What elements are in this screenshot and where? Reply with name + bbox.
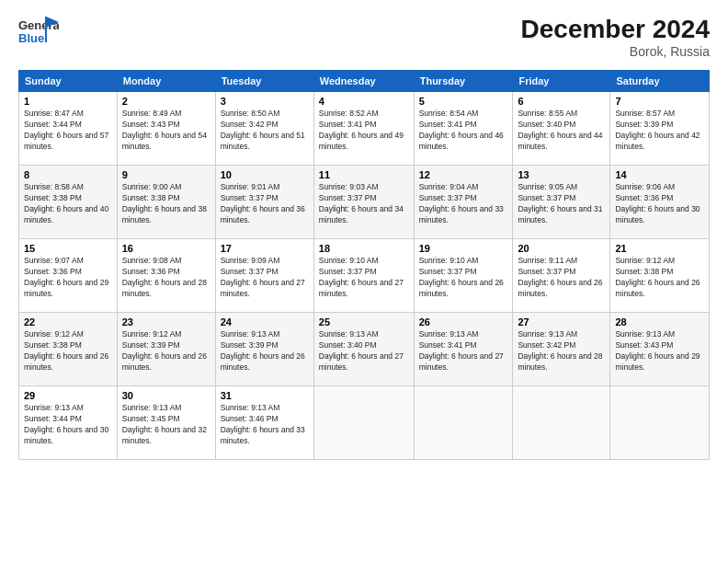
table-row: 28Sunrise: 9:13 AMSunset: 3:43 PMDayligh… [610,313,710,386]
location: Borok, Russia [521,44,710,59]
day-info: Sunrise: 9:03 AMSunset: 3:37 PMDaylight:… [319,182,409,226]
table-row: 5Sunrise: 8:54 AMSunset: 3:41 PMDaylight… [414,92,513,166]
day-number: 17 [221,243,309,254]
table-row: 26Sunrise: 9:13 AMSunset: 3:41 PMDayligh… [414,313,513,386]
day-info: Sunrise: 9:13 AMSunset: 3:41 PMDaylight:… [419,329,508,373]
table-row [313,386,414,460]
table-row: 11Sunrise: 9:03 AMSunset: 3:37 PMDayligh… [313,166,414,239]
calendar-header-row: Sunday Monday Tuesday Wednesday Thursday… [19,71,710,92]
day-info: Sunrise: 8:57 AMSunset: 3:39 PMDaylight:… [615,109,704,153]
col-thursday: Thursday [414,71,513,92]
table-row: 17Sunrise: 9:09 AMSunset: 3:37 PMDayligh… [215,239,313,313]
table-row [610,386,710,460]
table-row: 12Sunrise: 9:04 AMSunset: 3:37 PMDayligh… [414,166,513,239]
col-tuesday: Tuesday [215,71,313,92]
table-row [513,386,610,460]
day-info: Sunrise: 9:13 AMSunset: 3:44 PMDaylight:… [24,403,112,447]
month-title: December 2024 [521,15,710,44]
day-number: 16 [122,243,210,254]
day-info: Sunrise: 9:10 AMSunset: 3:37 PMDaylight:… [319,256,409,300]
day-info: Sunrise: 8:49 AMSunset: 3:43 PMDaylight:… [122,109,210,153]
day-info: Sunrise: 9:10 AMSunset: 3:37 PMDaylight:… [419,256,508,300]
day-number: 11 [319,169,409,180]
day-info: Sunrise: 8:58 AMSunset: 3:38 PMDaylight:… [24,182,112,226]
day-info: Sunrise: 8:55 AMSunset: 3:40 PMDaylight:… [518,109,605,153]
day-number: 25 [319,316,409,327]
day-number: 22 [24,316,112,327]
table-row: 10Sunrise: 9:01 AMSunset: 3:37 PMDayligh… [215,166,313,239]
col-monday: Monday [117,71,215,92]
day-info: Sunrise: 9:09 AMSunset: 3:37 PMDaylight:… [221,256,309,300]
table-row: 8Sunrise: 8:58 AMSunset: 3:38 PMDaylight… [19,166,118,239]
day-number: 7 [615,96,704,107]
table-row: 4Sunrise: 8:52 AMSunset: 3:41 PMDaylight… [313,92,414,166]
table-row: 22Sunrise: 9:12 AMSunset: 3:38 PMDayligh… [19,313,118,386]
page: General Blue December 2024 Borok, Russia… [0,0,728,563]
day-info: Sunrise: 8:54 AMSunset: 3:41 PMDaylight:… [419,109,508,153]
logo: General Blue [18,15,59,48]
table-row: 29Sunrise: 9:13 AMSunset: 3:44 PMDayligh… [19,386,118,460]
day-number: 8 [24,169,112,180]
day-info: Sunrise: 9:11 AMSunset: 3:37 PMDaylight:… [518,256,605,300]
day-number: 30 [122,390,210,401]
day-info: Sunrise: 9:04 AMSunset: 3:37 PMDaylight:… [419,182,508,226]
day-info: Sunrise: 8:47 AMSunset: 3:44 PMDaylight:… [24,109,112,153]
day-info: Sunrise: 9:13 AMSunset: 3:39 PMDaylight:… [221,329,309,373]
day-info: Sunrise: 9:06 AMSunset: 3:36 PMDaylight:… [615,182,704,226]
table-row: 20Sunrise: 9:11 AMSunset: 3:37 PMDayligh… [513,239,610,313]
day-number: 28 [615,316,704,327]
day-number: 20 [518,243,605,254]
title-block: December 2024 Borok, Russia [521,15,710,59]
day-number: 3 [221,96,309,107]
day-number: 27 [518,316,605,327]
col-saturday: Saturday [610,71,710,92]
table-row: 19Sunrise: 9:10 AMSunset: 3:37 PMDayligh… [414,239,513,313]
table-row: 18Sunrise: 9:10 AMSunset: 3:37 PMDayligh… [313,239,414,313]
table-row: 13Sunrise: 9:05 AMSunset: 3:37 PMDayligh… [513,166,610,239]
day-info: Sunrise: 9:13 AMSunset: 3:46 PMDaylight:… [221,403,309,447]
day-info: Sunrise: 9:12 AMSunset: 3:39 PMDaylight:… [122,329,210,373]
day-info: Sunrise: 9:01 AMSunset: 3:37 PMDaylight:… [221,182,309,226]
calendar-table: Sunday Monday Tuesday Wednesday Thursday… [18,70,710,460]
day-info: Sunrise: 8:52 AMSunset: 3:41 PMDaylight:… [319,109,409,153]
table-row: 3Sunrise: 8:50 AMSunset: 3:42 PMDaylight… [215,92,313,166]
day-info: Sunrise: 9:00 AMSunset: 3:38 PMDaylight:… [122,182,210,226]
svg-rect-3 [45,17,47,42]
calendar-week-row: 29Sunrise: 9:13 AMSunset: 3:44 PMDayligh… [19,386,710,460]
day-info: Sunrise: 9:13 AMSunset: 3:43 PMDaylight:… [615,329,704,373]
day-info: Sunrise: 9:13 AMSunset: 3:45 PMDaylight:… [122,403,210,447]
day-number: 10 [221,169,309,180]
table-row: 31Sunrise: 9:13 AMSunset: 3:46 PMDayligh… [215,386,313,460]
day-number: 19 [419,243,508,254]
day-number: 31 [221,390,309,401]
logo-icon: General Blue [18,15,59,48]
day-number: 1 [24,96,112,107]
col-wednesday: Wednesday [313,71,414,92]
table-row: 7Sunrise: 8:57 AMSunset: 3:39 PMDaylight… [610,92,710,166]
table-row: 14Sunrise: 9:06 AMSunset: 3:36 PMDayligh… [610,166,710,239]
calendar-week-row: 8Sunrise: 8:58 AMSunset: 3:38 PMDaylight… [19,166,710,239]
day-info: Sunrise: 9:13 AMSunset: 3:42 PMDaylight:… [518,329,605,373]
table-row: 25Sunrise: 9:13 AMSunset: 3:40 PMDayligh… [313,313,414,386]
table-row: 16Sunrise: 9:08 AMSunset: 3:36 PMDayligh… [117,239,215,313]
table-row: 1Sunrise: 8:47 AMSunset: 3:44 PMDaylight… [19,92,118,166]
day-number: 9 [122,169,210,180]
table-row: 15Sunrise: 9:07 AMSunset: 3:36 PMDayligh… [19,239,118,313]
day-number: 18 [319,243,409,254]
calendar-week-row: 15Sunrise: 9:07 AMSunset: 3:36 PMDayligh… [19,239,710,313]
day-number: 5 [419,96,508,107]
day-number: 23 [122,316,210,327]
day-number: 4 [319,96,409,107]
day-info: Sunrise: 9:12 AMSunset: 3:38 PMDaylight:… [615,256,704,300]
day-number: 2 [122,96,210,107]
table-row: 2Sunrise: 8:49 AMSunset: 3:43 PMDaylight… [117,92,215,166]
day-number: 21 [615,243,704,254]
svg-text:Blue: Blue [18,31,44,45]
table-row: 21Sunrise: 9:12 AMSunset: 3:38 PMDayligh… [610,239,710,313]
table-row: 24Sunrise: 9:13 AMSunset: 3:39 PMDayligh… [215,313,313,386]
calendar-week-row: 22Sunrise: 9:12 AMSunset: 3:38 PMDayligh… [19,313,710,386]
day-number: 14 [615,169,704,180]
day-info: Sunrise: 9:05 AMSunset: 3:37 PMDaylight:… [518,182,605,226]
table-row: 27Sunrise: 9:13 AMSunset: 3:42 PMDayligh… [513,313,610,386]
table-row: 6Sunrise: 8:55 AMSunset: 3:40 PMDaylight… [513,92,610,166]
